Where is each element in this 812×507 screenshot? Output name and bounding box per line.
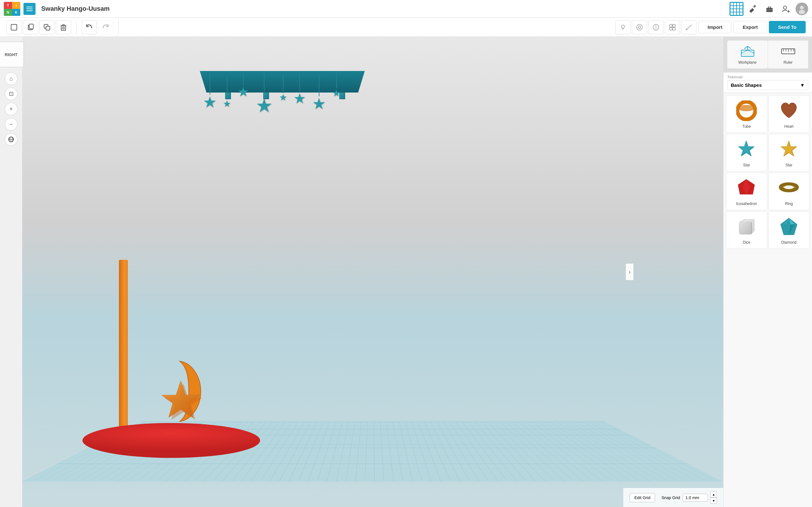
svg-rect-41 bbox=[742, 51, 753, 56]
ruler-tool[interactable]: Ruler bbox=[768, 41, 808, 68]
hang-cube-2 bbox=[263, 92, 269, 99]
shape-item-star-teal[interactable]: Star bbox=[726, 134, 767, 171]
svg-point-23 bbox=[637, 24, 642, 30]
light-button[interactable] bbox=[615, 20, 630, 34]
delete-button[interactable] bbox=[56, 20, 71, 34]
svg-point-50 bbox=[738, 105, 755, 111]
shape-item-diamond[interactable]: Diamond bbox=[768, 211, 810, 249]
zoom-in-button[interactable]: + bbox=[5, 103, 17, 115]
user-add-button[interactable] bbox=[779, 2, 793, 16]
topbar: T I N K Swanky Hango-Uusam bbox=[0, 0, 812, 18]
menu-line-1 bbox=[26, 7, 33, 7]
library-category-label: Basic Shapes bbox=[731, 82, 762, 88]
send-to-button[interactable]: Send To bbox=[769, 21, 806, 33]
shape-item-ring[interactable]: Ring bbox=[768, 173, 810, 210]
menu-line-3 bbox=[26, 10, 33, 11]
tube-shape-icon bbox=[735, 100, 758, 122]
redo-button[interactable] bbox=[98, 20, 113, 34]
ring-shape-name: Ring bbox=[785, 202, 793, 206]
svg-rect-27 bbox=[670, 24, 672, 27]
mirror-icon bbox=[652, 23, 660, 31]
expand-panel-button[interactable]: › bbox=[625, 263, 634, 280]
grid-view-button[interactable] bbox=[729, 2, 744, 16]
duplicate-button[interactable] bbox=[39, 20, 55, 34]
snap-grid-input[interactable] bbox=[682, 494, 708, 502]
star-gold-shape-icon bbox=[778, 138, 800, 160]
svg-rect-28 bbox=[673, 24, 675, 27]
undo-icon bbox=[85, 23, 93, 31]
hang-line-6 bbox=[299, 71, 300, 92]
heart-shape-name: Heart bbox=[784, 124, 794, 129]
hang-star-1: ★ bbox=[203, 95, 217, 110]
svg-point-60 bbox=[784, 185, 794, 189]
panel-tools: Workplane Ruler bbox=[723, 37, 812, 72]
shape-item-icosahedron[interactable]: Icosahedron bbox=[726, 173, 767, 210]
shape-item-tube[interactable]: Tube bbox=[726, 95, 767, 133]
snap-decrease-button[interactable]: ▼ bbox=[711, 498, 717, 504]
hang-line-8 bbox=[336, 71, 337, 89]
avatar[interactable] bbox=[796, 3, 808, 15]
shape-tools-button[interactable] bbox=[632, 20, 647, 34]
menu-line-2 bbox=[26, 9, 33, 9]
heart-shape-icon bbox=[778, 100, 800, 122]
menu-button[interactable] bbox=[23, 3, 36, 15]
hammer-button[interactable] bbox=[746, 2, 760, 16]
diamond-shape-name: Diamond bbox=[781, 240, 797, 245]
toolbar: Import Export Send To bbox=[0, 18, 812, 37]
diamond-shape-icon bbox=[778, 216, 800, 238]
shape-selector: Tinkercad Basic Shapes ▼ bbox=[723, 72, 812, 93]
logo-k: K bbox=[12, 9, 20, 16]
library-provider: Tinkercad bbox=[727, 75, 808, 79]
star-teal-shape-icon bbox=[735, 138, 758, 160]
shape-item-star-gold[interactable]: Star bbox=[768, 134, 810, 171]
canvas-area[interactable]: ★ ★ ★ ★ bbox=[22, 37, 723, 507]
undo-button[interactable] bbox=[82, 20, 97, 34]
shape-item-dice[interactable]: Dice bbox=[726, 211, 767, 249]
export-button[interactable]: Export bbox=[733, 21, 767, 33]
hang-item-1: ★ bbox=[203, 71, 217, 110]
hammer-icon bbox=[749, 5, 757, 13]
svg-rect-30 bbox=[673, 27, 675, 30]
briefcase-icon bbox=[765, 5, 774, 13]
hang-item-6: ★ bbox=[293, 71, 306, 106]
perspective-button[interactable] bbox=[5, 133, 17, 146]
project-title: Swanky Hango-Uusam bbox=[41, 5, 726, 12]
new-icon bbox=[10, 23, 18, 31]
new-button[interactable] bbox=[6, 20, 21, 34]
svg-point-22 bbox=[621, 25, 624, 28]
zoom-out-button[interactable]: − bbox=[5, 118, 17, 130]
snap-grid-label: Snap Grid bbox=[661, 495, 680, 500]
light-icon bbox=[619, 23, 627, 31]
view-tools bbox=[615, 20, 697, 34]
home-view-button[interactable]: ⌂ bbox=[5, 72, 17, 85]
workplane-tool[interactable]: Workplane bbox=[727, 41, 768, 68]
shape-item-heart[interactable]: Heart bbox=[768, 95, 810, 133]
snap-grid-control: Snap Grid ▲ ▼ bbox=[661, 491, 717, 504]
import-button[interactable]: Import bbox=[699, 21, 732, 33]
dice-shape-icon bbox=[735, 216, 758, 238]
hang-line-1 bbox=[210, 71, 210, 89]
mirror-button[interactable] bbox=[648, 20, 664, 34]
hang-line-5 bbox=[283, 76, 284, 93]
view-cube[interactable]: RIGHT bbox=[0, 42, 24, 67]
hang-cube-3 bbox=[339, 92, 345, 99]
group-button[interactable] bbox=[665, 20, 680, 34]
star-teal-shape-name: Star bbox=[743, 163, 750, 167]
snap-increase-button[interactable]: ▲ bbox=[711, 491, 717, 498]
svg-rect-29 bbox=[670, 27, 672, 30]
measure-button[interactable] bbox=[681, 20, 697, 34]
fit-view-button[interactable]: ⊡ bbox=[5, 88, 17, 100]
right-panel: Workplane Ruler Tinkercad bbox=[723, 37, 812, 507]
duplicate-icon bbox=[43, 23, 51, 31]
toolbar-edit-group bbox=[6, 20, 77, 34]
briefcase-button[interactable] bbox=[763, 2, 776, 16]
left-panel: RIGHT ⌂ ⊡ + − bbox=[0, 37, 22, 507]
library-category-dropdown[interactable]: Basic Shapes ▼ bbox=[727, 80, 808, 90]
dropdown-chevron-icon: ▼ bbox=[800, 82, 805, 88]
hang-star-2: ★ bbox=[223, 100, 231, 108]
copy-button[interactable] bbox=[23, 20, 38, 34]
edit-grid-button[interactable]: Edit Grid bbox=[629, 493, 655, 502]
group-icon bbox=[669, 23, 676, 31]
topbar-right-icons bbox=[729, 2, 808, 16]
svg-line-31 bbox=[686, 25, 692, 30]
